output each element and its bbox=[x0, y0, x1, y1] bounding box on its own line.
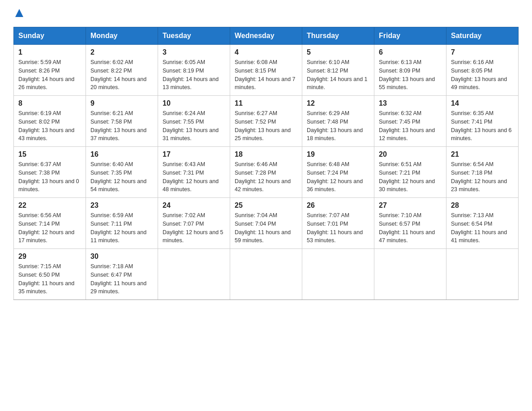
calendar-cell: 10 Sunrise: 6:24 AMSunset: 7:55 PMDaylig… bbox=[158, 96, 230, 147]
day-number: 13 bbox=[379, 99, 442, 107]
day-number: 26 bbox=[307, 201, 369, 210]
weekday-header-row: SundayMondayTuesdayWednesdayThursdayFrid… bbox=[14, 27, 519, 45]
calendar-cell: 13 Sunrise: 6:32 AMSunset: 7:45 PMDaylig… bbox=[374, 96, 446, 147]
day-number: 14 bbox=[451, 99, 514, 107]
day-info: Sunrise: 6:37 AMSunset: 7:38 PMDaylight:… bbox=[18, 160, 81, 194]
day-number: 17 bbox=[163, 150, 225, 158]
calendar-cell: 19 Sunrise: 6:48 AMSunset: 7:24 PMDaylig… bbox=[302, 147, 374, 198]
day-number: 18 bbox=[235, 150, 297, 158]
calendar-cell: 26 Sunrise: 7:07 AMSunset: 7:01 PMDaylig… bbox=[302, 198, 374, 249]
day-info: Sunrise: 6:24 AMSunset: 7:55 PMDaylight:… bbox=[163, 109, 225, 143]
day-info: Sunrise: 6:51 AMSunset: 7:21 PMDaylight:… bbox=[379, 160, 442, 194]
day-info: Sunrise: 6:48 AMSunset: 7:24 PMDaylight:… bbox=[307, 160, 369, 194]
day-number: 8 bbox=[18, 99, 81, 107]
day-info: Sunrise: 6:05 AMSunset: 8:19 PMDaylight:… bbox=[163, 58, 225, 92]
calendar-cell: 24 Sunrise: 7:02 AMSunset: 7:07 PMDaylig… bbox=[158, 198, 230, 249]
day-info: Sunrise: 7:18 AMSunset: 6:47 PMDaylight:… bbox=[90, 262, 153, 296]
day-info: Sunrise: 6:16 AMSunset: 8:05 PMDaylight:… bbox=[451, 58, 514, 92]
day-number: 28 bbox=[451, 201, 514, 210]
day-number: 2 bbox=[90, 48, 153, 56]
page-header bbox=[13, 9, 519, 18]
day-number: 19 bbox=[307, 150, 369, 158]
weekday-header-sunday: Sunday bbox=[14, 27, 86, 45]
calendar-cell: 6 Sunrise: 6:13 AMSunset: 8:09 PMDayligh… bbox=[374, 45, 446, 96]
calendar-cell: 16 Sunrise: 6:40 AMSunset: 7:35 PMDaylig… bbox=[86, 147, 158, 198]
day-info: Sunrise: 6:27 AMSunset: 7:52 PMDaylight:… bbox=[235, 109, 297, 143]
day-number: 25 bbox=[235, 201, 297, 210]
weekday-header-thursday: Thursday bbox=[302, 27, 374, 45]
day-number: 15 bbox=[18, 150, 81, 158]
calendar-week-row: 15 Sunrise: 6:37 AMSunset: 7:38 PMDaylig… bbox=[14, 147, 519, 198]
calendar-cell: 30 Sunrise: 7:18 AMSunset: 6:47 PMDaylig… bbox=[86, 249, 158, 300]
day-info: Sunrise: 6:59 AMSunset: 7:11 PMDaylight:… bbox=[90, 211, 153, 245]
day-info: Sunrise: 6:19 AMSunset: 8:02 PMDaylight:… bbox=[18, 109, 81, 143]
day-number: 7 bbox=[451, 48, 514, 56]
day-number: 5 bbox=[307, 48, 369, 56]
day-info: Sunrise: 6:32 AMSunset: 7:45 PMDaylight:… bbox=[379, 109, 442, 143]
day-info: Sunrise: 6:43 AMSunset: 7:31 PMDaylight:… bbox=[163, 160, 225, 194]
day-number: 11 bbox=[235, 99, 297, 107]
day-info: Sunrise: 6:08 AMSunset: 8:15 PMDaylight:… bbox=[235, 58, 297, 92]
day-info: Sunrise: 6:02 AMSunset: 8:22 PMDaylight:… bbox=[90, 58, 153, 92]
day-number: 22 bbox=[18, 201, 81, 210]
calendar-cell: 25 Sunrise: 7:04 AMSunset: 7:04 PMDaylig… bbox=[230, 198, 302, 249]
calendar-week-row: 8 Sunrise: 6:19 AMSunset: 8:02 PMDayligh… bbox=[14, 96, 519, 147]
day-info: Sunrise: 7:13 AMSunset: 6:54 PMDaylight:… bbox=[451, 211, 514, 245]
logo-triangle-icon bbox=[14, 8, 24, 18]
weekday-header-tuesday: Tuesday bbox=[158, 27, 230, 45]
day-number: 10 bbox=[163, 99, 225, 107]
day-info: Sunrise: 6:46 AMSunset: 7:28 PMDaylight:… bbox=[235, 160, 297, 194]
calendar-cell bbox=[158, 249, 230, 300]
day-number: 6 bbox=[379, 48, 442, 56]
day-number: 29 bbox=[18, 253, 81, 261]
svg-marker-0 bbox=[15, 9, 23, 17]
calendar-cell: 3 Sunrise: 6:05 AMSunset: 8:19 PMDayligh… bbox=[158, 45, 230, 96]
day-number: 4 bbox=[235, 48, 297, 56]
day-info: Sunrise: 7:07 AMSunset: 7:01 PMDaylight:… bbox=[307, 211, 369, 245]
day-info: Sunrise: 7:10 AMSunset: 6:57 PMDaylight:… bbox=[379, 211, 442, 245]
calendar-cell: 29 Sunrise: 7:15 AMSunset: 6:50 PMDaylig… bbox=[14, 249, 86, 300]
logo bbox=[13, 9, 24, 18]
calendar-cell: 9 Sunrise: 6:21 AMSunset: 7:58 PMDayligh… bbox=[86, 96, 158, 147]
weekday-header-saturday: Saturday bbox=[446, 27, 519, 45]
day-number: 1 bbox=[18, 48, 81, 56]
calendar-cell: 5 Sunrise: 6:10 AMSunset: 8:12 PMDayligh… bbox=[302, 45, 374, 96]
weekday-header-monday: Monday bbox=[86, 27, 158, 45]
calendar-week-row: 29 Sunrise: 7:15 AMSunset: 6:50 PMDaylig… bbox=[14, 249, 519, 300]
calendar-cell: 21 Sunrise: 6:54 AMSunset: 7:18 PMDaylig… bbox=[446, 147, 519, 198]
day-info: Sunrise: 6:35 AMSunset: 7:41 PMDaylight:… bbox=[451, 109, 514, 143]
calendar-cell: 8 Sunrise: 6:19 AMSunset: 8:02 PMDayligh… bbox=[14, 96, 86, 147]
calendar-cell: 27 Sunrise: 7:10 AMSunset: 6:57 PMDaylig… bbox=[374, 198, 446, 249]
day-info: Sunrise: 6:21 AMSunset: 7:58 PMDaylight:… bbox=[90, 109, 153, 143]
day-info: Sunrise: 6:13 AMSunset: 8:09 PMDaylight:… bbox=[379, 58, 442, 92]
calendar-cell bbox=[230, 249, 302, 300]
calendar-cell: 4 Sunrise: 6:08 AMSunset: 8:15 PMDayligh… bbox=[230, 45, 302, 96]
day-info: Sunrise: 7:04 AMSunset: 7:04 PMDaylight:… bbox=[235, 211, 297, 245]
day-number: 3 bbox=[163, 48, 225, 56]
calendar-cell: 7 Sunrise: 6:16 AMSunset: 8:05 PMDayligh… bbox=[446, 45, 519, 96]
day-number: 24 bbox=[163, 201, 225, 210]
weekday-header-wednesday: Wednesday bbox=[230, 27, 302, 45]
calendar-cell: 23 Sunrise: 6:59 AMSunset: 7:11 PMDaylig… bbox=[86, 198, 158, 249]
calendar-cell: 11 Sunrise: 6:27 AMSunset: 7:52 PMDaylig… bbox=[230, 96, 302, 147]
calendar-cell: 20 Sunrise: 6:51 AMSunset: 7:21 PMDaylig… bbox=[374, 147, 446, 198]
calendar-cell: 15 Sunrise: 6:37 AMSunset: 7:38 PMDaylig… bbox=[14, 147, 86, 198]
calendar-cell: 12 Sunrise: 6:29 AMSunset: 7:48 PMDaylig… bbox=[302, 96, 374, 147]
day-number: 21 bbox=[451, 150, 514, 158]
calendar-cell: 22 Sunrise: 6:56 AMSunset: 7:14 PMDaylig… bbox=[14, 198, 86, 249]
day-info: Sunrise: 6:56 AMSunset: 7:14 PMDaylight:… bbox=[18, 211, 81, 245]
calendar-cell: 17 Sunrise: 6:43 AMSunset: 7:31 PMDaylig… bbox=[158, 147, 230, 198]
calendar-week-row: 22 Sunrise: 6:56 AMSunset: 7:14 PMDaylig… bbox=[14, 198, 519, 249]
day-info: Sunrise: 7:15 AMSunset: 6:50 PMDaylight:… bbox=[18, 262, 81, 296]
day-info: Sunrise: 5:59 AMSunset: 8:26 PMDaylight:… bbox=[18, 58, 81, 92]
calendar-cell: 14 Sunrise: 6:35 AMSunset: 7:41 PMDaylig… bbox=[446, 96, 519, 147]
calendar-cell: 18 Sunrise: 6:46 AMSunset: 7:28 PMDaylig… bbox=[230, 147, 302, 198]
calendar-week-row: 1 Sunrise: 5:59 AMSunset: 8:26 PMDayligh… bbox=[14, 45, 519, 96]
day-info: Sunrise: 6:54 AMSunset: 7:18 PMDaylight:… bbox=[451, 160, 514, 194]
day-number: 27 bbox=[379, 201, 442, 210]
calendar-cell bbox=[446, 249, 519, 300]
day-info: Sunrise: 7:02 AMSunset: 7:07 PMDaylight:… bbox=[163, 211, 225, 245]
calendar-cell bbox=[302, 249, 374, 300]
day-info: Sunrise: 6:29 AMSunset: 7:48 PMDaylight:… bbox=[307, 109, 369, 143]
calendar-cell: 2 Sunrise: 6:02 AMSunset: 8:22 PMDayligh… bbox=[86, 45, 158, 96]
